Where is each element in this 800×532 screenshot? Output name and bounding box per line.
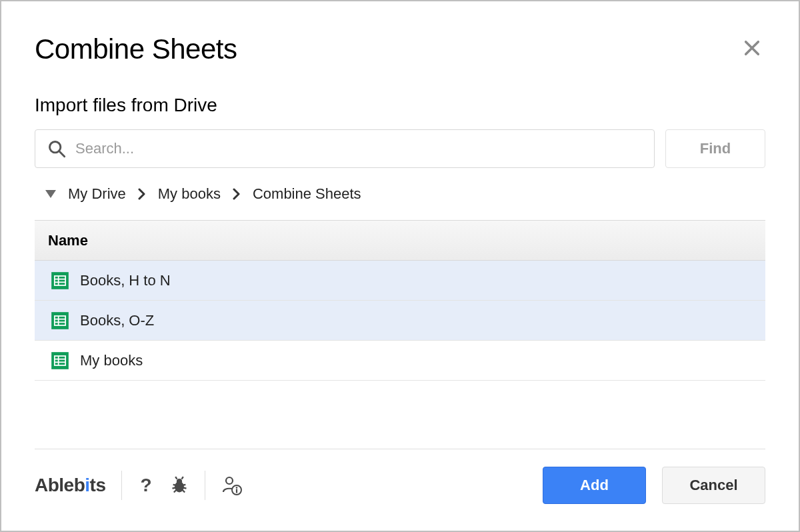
file-name: My books [80,352,143,369]
dialog: Combine Sheets Import files from Drive F… [0,0,800,532]
svg-point-20 [177,479,182,484]
close-button[interactable] [743,39,761,60]
dialog-title: Combine Sheets [35,33,765,65]
find-button[interactable]: Find [665,129,765,168]
search-box [35,129,655,168]
help-button[interactable]: ? [138,475,154,495]
chevron-right-icon [233,188,241,200]
table-row[interactable]: My books [35,341,765,381]
column-header-name: Name [48,232,88,249]
file-name: Books, O-Z [80,312,154,329]
svg-line-23 [173,488,176,489]
separator [121,471,122,500]
footer-divider [35,449,765,449]
dialog-footer: Ablebits ? [35,449,765,505]
search-input[interactable] [75,140,642,157]
search-row: Find [35,129,765,168]
svg-line-27 [176,477,177,479]
add-button[interactable]: Add [543,467,646,504]
file-name: Books, H to N [80,272,171,289]
dialog-subtitle: Import files from Drive [35,95,765,116]
breadcrumb-item[interactable]: My books [158,185,221,203]
svg-line-25 [174,490,177,493]
svg-line-26 [183,490,185,493]
table-row[interactable]: Books, H to N [35,261,765,301]
spreadsheet-icon [51,271,69,290]
triangle-down-icon [45,190,56,198]
svg-rect-32 [236,489,237,493]
cancel-button[interactable]: Cancel [662,467,765,504]
breadcrumb-dropdown[interactable] [45,190,56,198]
separator [205,471,205,500]
spreadsheet-icon [51,311,69,330]
help-icon: ? [138,475,154,495]
svg-line-28 [182,477,183,479]
user-info-icon [221,475,243,496]
table-header[interactable]: Name [35,221,765,261]
table-row[interactable]: Books, O-Z [35,301,765,341]
brand-logo: Ablebits [35,475,105,496]
breadcrumb-item[interactable]: Combine Sheets [253,185,361,203]
chevron-right-icon [138,188,146,200]
svg-line-21 [173,485,177,485]
svg-line-1 [59,151,65,157]
search-icon [47,139,66,158]
svg-point-31 [236,487,238,489]
bug-report-button[interactable] [170,476,189,495]
bug-icon [170,476,189,495]
file-table: Name Books, H to N Books, O-Z [35,220,765,381]
svg-point-29 [226,477,233,484]
svg-line-22 [183,485,186,485]
account-info-button[interactable] [221,475,243,496]
breadcrumb: My Drive My books Combine Sheets [35,185,765,203]
svg-line-24 [183,488,187,489]
breadcrumb-item[interactable]: My Drive [68,185,126,203]
svg-marker-2 [45,190,56,198]
svg-text:?: ? [141,475,152,495]
close-icon [743,39,761,57]
spreadsheet-icon [51,351,69,370]
